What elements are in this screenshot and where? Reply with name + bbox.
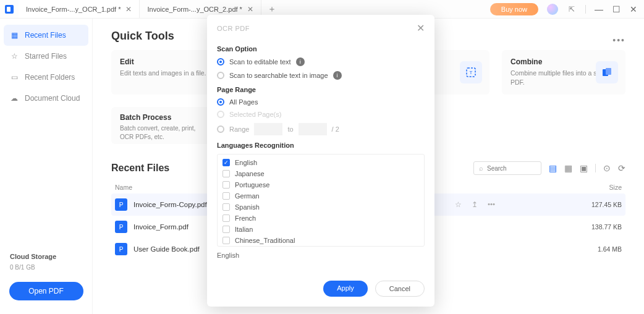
tab-close-icon[interactable]: ✕ (125, 5, 132, 14)
combine-icon (596, 61, 618, 83)
radio-icon (217, 98, 224, 106)
dialog-close-button[interactable]: ✕ (417, 22, 425, 34)
search-box[interactable]: ⌕ (473, 161, 541, 175)
tab-close-icon[interactable]: ✕ (247, 5, 253, 14)
lang-label: Spanish (235, 203, 260, 211)
divider (585, 5, 586, 14)
recent-files-heading: Recent Files (111, 163, 169, 174)
lang-option-portuguese[interactable]: Portuguese (220, 179, 422, 190)
info-icon[interactable]: i (333, 71, 342, 80)
page-range-heading: Page Range (217, 86, 425, 93)
scan-option-heading: Scan Option (217, 45, 425, 53)
checkbox-icon (222, 181, 230, 189)
lang-label: Japanese (235, 170, 265, 177)
checkbox-icon (222, 226, 230, 233)
window-minimize-button[interactable]: — (595, 4, 603, 14)
refresh-icon[interactable]: ⟳ (618, 163, 625, 173)
lang-option-german[interactable]: German (220, 190, 422, 202)
quick-tools-heading: Quick Tools (111, 30, 174, 43)
card-title: Batch Process (120, 113, 206, 122)
radio-icon (217, 72, 224, 79)
checkbox-icon (222, 170, 230, 177)
file-size: 1.64 MB (578, 245, 622, 253)
checkbox-icon (222, 237, 230, 244)
svg-rect-5 (606, 68, 611, 75)
recent-files-icon: ▦ (10, 31, 19, 40)
sidebar-item-label: Recent Files (25, 31, 66, 40)
lang-option-english[interactable]: ✓English (220, 157, 422, 168)
view-calendar-icon[interactable]: ▣ (580, 163, 588, 173)
info-icon[interactable]: i (296, 57, 305, 66)
pdf-file-icon: P (115, 198, 127, 211)
range-label: Range (229, 125, 249, 133)
cloud-icon: ☁ (10, 94, 19, 103)
view-list-icon[interactable]: ▤ (549, 163, 557, 173)
quick-tool-batch[interactable]: Batch Process Batch convert, create, pri… (111, 107, 215, 144)
user-avatar-button[interactable] (547, 4, 558, 15)
card-subtitle: Batch convert, create, print, OCR PDFs, … (120, 124, 206, 142)
window-close-button[interactable]: ✕ (629, 4, 638, 14)
open-pdf-button[interactable]: Open PDF (9, 282, 83, 300)
sidebar-item-document-cloud[interactable]: ☁ Document Cloud (4, 88, 88, 109)
languages-listbox[interactable]: ✓English Japanese Portuguese German Span… (217, 154, 425, 247)
search-input[interactable] (487, 165, 530, 172)
window-maximize-button[interactable]: ☐ (612, 4, 621, 14)
lang-option-chinese-traditional[interactable]: Chinese_Traditional (220, 235, 422, 246)
range-from-input[interactable] (254, 123, 282, 135)
upload-file-icon[interactable]: ↥ (472, 200, 478, 209)
radio-selected-pages: Selected Page(s) (217, 111, 425, 118)
radio-label: Selected Page(s) (229, 111, 281, 118)
view-grid-icon[interactable]: ▦ (564, 163, 572, 173)
sidebar-item-starred-files[interactable]: ☆ Starred Files (4, 46, 88, 67)
sidebar-item-recent-files[interactable]: ▦ Recent Files (4, 25, 88, 46)
radio-all-pages[interactable]: All Pages (217, 98, 425, 106)
tab-label: Invoice_Form-...y_OCR_2.pdf * (147, 6, 242, 13)
lang-label: Italian (235, 226, 253, 233)
search-icon: ⌕ (479, 164, 483, 172)
selected-languages-summary: English (217, 252, 425, 259)
radio-range[interactable]: Range to / 2 (217, 123, 425, 135)
pin-icon[interactable]: ⊙ (603, 163, 611, 173)
cloud-storage-title: Cloud Storage (10, 253, 82, 260)
pdf-file-icon: P (115, 243, 127, 255)
range-to-label: to (287, 125, 293, 133)
quick-tool-edit[interactable]: Edit Edit texts and images in a file. (111, 50, 215, 95)
lang-option-japanese[interactable]: Japanese (220, 168, 422, 179)
checkbox-icon (222, 192, 230, 200)
cloud-storage-usage: 0 B/1 GB (10, 264, 82, 271)
star-icon: ☆ (10, 52, 19, 61)
radio-scan-searchable[interactable]: Scan to searchable text in image i (217, 71, 425, 80)
apply-button[interactable]: Apply (323, 281, 368, 297)
file-more-icon[interactable]: ••• (488, 200, 495, 209)
sidebar-item-label: Recent Folders (25, 73, 75, 82)
document-tab-1[interactable]: Invoice_Form-...y_OCR_1.pdf * ✕ (19, 0, 140, 18)
tab-label: Invoice_Form-...y_OCR_1.pdf * (26, 6, 121, 13)
star-file-icon[interactable]: ☆ (455, 200, 462, 209)
quick-tool-combine[interactable]: Combine Combine multiple files into a si… (502, 50, 625, 95)
cancel-button[interactable]: Cancel (375, 281, 425, 297)
folder-icon: ▭ (10, 73, 19, 82)
file-size: 127.45 KB (578, 201, 622, 208)
lang-option-italian[interactable]: Italian (220, 224, 422, 235)
lang-label: English (235, 159, 257, 166)
range-to-input[interactable] (299, 123, 327, 135)
lang-label: Portuguese (235, 181, 269, 189)
file-size: 138.77 KB (578, 223, 622, 231)
share-icon[interactable]: ⇱ (567, 5, 577, 14)
radio-label: Scan to searchable text in image (229, 72, 328, 79)
lang-label: French (235, 214, 256, 222)
lang-option-french[interactable]: French (220, 213, 422, 224)
checkbox-icon (222, 203, 230, 211)
column-header-size[interactable]: Size (578, 184, 622, 191)
lang-option-spanish[interactable]: Spanish (220, 202, 422, 213)
radio-icon (217, 58, 224, 66)
svg-text:T: T (470, 70, 473, 75)
checkbox-icon: ✓ (222, 159, 230, 166)
range-total: / 2 (332, 125, 339, 133)
sidebar-item-recent-folders[interactable]: ▭ Recent Folders (4, 67, 88, 88)
buy-now-button[interactable]: Buy now (490, 3, 538, 15)
checkbox-icon (222, 214, 230, 222)
quick-tools-more-button[interactable]: ••• (612, 35, 625, 45)
radio-scan-editable[interactable]: Scan to editable text i (217, 57, 425, 66)
divider (595, 164, 596, 172)
